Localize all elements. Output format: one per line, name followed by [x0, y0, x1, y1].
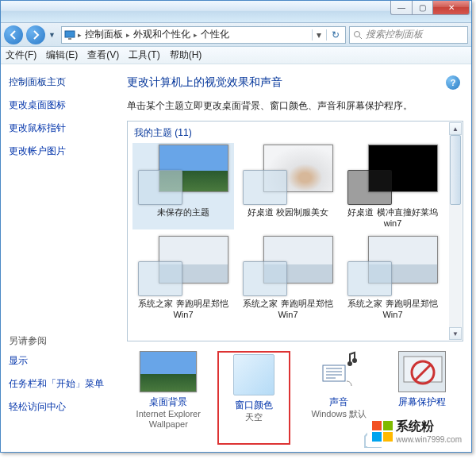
- svg-rect-0: [65, 31, 75, 37]
- close-button[interactable]: ✕: [433, 1, 470, 15]
- menu-tools[interactable]: 工具(T): [129, 48, 159, 62]
- theme-thumb: [138, 236, 228, 296]
- personalization-window: — ▢ ✕ ▼ ▸ 控制面板 ▸ 外观和个性化 ▸ 个性化 ▾ ↻ 搜索控制面板: [0, 0, 472, 453]
- theme-item[interactable]: 好桌道 横冲直撞好莱坞win7: [342, 143, 443, 230]
- menu-view[interactable]: 查看(V): [87, 48, 119, 62]
- search-icon: [353, 30, 363, 40]
- monitor-icon: [63, 29, 76, 41]
- value: 天空: [221, 412, 287, 422]
- arrow-right-icon: [31, 30, 40, 40]
- scrollbar[interactable]: ▲ ▼: [449, 122, 462, 340]
- scroll-thumb[interactable]: [450, 135, 461, 205]
- scroll-up-button[interactable]: ▲: [449, 122, 462, 135]
- label: 声音: [305, 395, 373, 409]
- titlebar: — ▢ ✕: [1, 1, 471, 23]
- chevron-right-icon: ▸: [78, 31, 82, 39]
- breadcrumb-seg[interactable]: 外观和个性化: [132, 28, 192, 41]
- search-placeholder: 搜索控制面板: [366, 28, 423, 41]
- theme-label: 系统之家 奔跑明星郑恺Win7: [132, 298, 234, 321]
- sidebar-link-desktop-icons[interactable]: 更改桌面图标: [9, 98, 108, 112]
- theme-thumb: [243, 145, 333, 205]
- content-area: 控制面板主页 更改桌面图标 更改鼠标指针 更改帐户图片 另请参阅 显示 任务栏和…: [1, 64, 471, 452]
- page-title: 更改计算机上的视觉效果和声音: [127, 75, 463, 90]
- back-button[interactable]: [4, 25, 23, 44]
- desktop-background-button[interactable]: 桌面背景 Internet Explorer Wallpaper: [134, 351, 202, 445]
- theme-thumb: [347, 145, 438, 205]
- logo-icon: [372, 421, 393, 442]
- label: 窗口颜色: [221, 399, 287, 412]
- svg-rect-4: [323, 365, 345, 381]
- svg-line-3: [359, 37, 362, 39]
- scroll-down-button[interactable]: ▼: [449, 327, 462, 340]
- themes-listbox: 我的主题 (11) 未保存的主题好桌道 校园制服美女好桌道 横冲直撞好莱坞win…: [127, 121, 463, 341]
- menu-edit[interactable]: 编辑(E): [46, 48, 78, 62]
- sidebar-link-ease-of-access[interactable]: 轻松访问中心: [9, 400, 108, 414]
- theme-thumb: [138, 145, 228, 205]
- theme-label: 未保存的主题: [132, 206, 234, 218]
- svg-rect-1: [68, 38, 71, 40]
- theme-item[interactable]: 系统之家 奔跑明星郑恺Win7: [132, 234, 234, 321]
- theme-label: 系统之家 奔跑明星郑恺Win7: [342, 298, 443, 321]
- wallpaper-thumb: [140, 351, 197, 392]
- refresh-button[interactable]: ↻: [326, 29, 344, 40]
- theme-thumb: [243, 236, 333, 296]
- scroll-track[interactable]: [449, 135, 462, 327]
- value: Windows 默认: [305, 409, 373, 419]
- sidebar: 控制面板主页 更改桌面图标 更改鼠标指针 更改帐户图片 另请参阅 显示 任务栏和…: [1, 64, 116, 452]
- help-icon[interactable]: ?: [446, 75, 460, 90]
- page-description: 单击某个主题立即更改桌面背景、窗口颜色、声音和屏幕保护程序。: [127, 99, 463, 113]
- theme-label: 好桌道 校园制服美女: [237, 206, 339, 218]
- label: 屏幕保护程: [388, 395, 456, 409]
- search-input[interactable]: 搜索控制面板: [349, 26, 468, 44]
- minimize-button[interactable]: —: [390, 1, 413, 15]
- theme-grid: 未保存的主题好桌道 校园制服美女好桌道 横冲直撞好莱坞win7系统之家 奔跑明星…: [129, 143, 461, 323]
- menu-help[interactable]: 帮助(H): [170, 48, 202, 62]
- address-bar[interactable]: ▸ 控制面板 ▸ 外观和个性化 ▸ 个性化 ▾ ↻: [61, 26, 346, 44]
- sidebar-see-also-heading: 另请参阅: [9, 334, 108, 348]
- brand-name: 系统粉: [396, 418, 462, 435]
- label: 桌面背景: [134, 395, 202, 409]
- window-color-button[interactable]: 窗口颜色 天空: [217, 351, 290, 445]
- my-themes-heading: 我的主题 (11): [129, 123, 461, 143]
- nav-history-dropdown[interactable]: ▼: [48, 31, 58, 39]
- sidebar-link-mouse-pointers[interactable]: 更改鼠标指针: [9, 122, 108, 135]
- sounds-button[interactable]: 声音 Windows 默认: [305, 351, 373, 445]
- sidebar-link-display[interactable]: 显示: [9, 354, 108, 368]
- sidebar-link-taskbar[interactable]: 任务栏和「开始」菜单: [9, 377, 108, 391]
- sound-icon: [315, 351, 363, 392]
- sidebar-link-account-picture[interactable]: 更改帐户图片: [9, 145, 108, 158]
- address-dropdown[interactable]: ▾: [312, 29, 324, 40]
- nav-toolbar: ▼ ▸ 控制面板 ▸ 外观和个性化 ▸ 个性化 ▾ ↻ 搜索控制面板: [1, 23, 471, 47]
- svg-point-2: [355, 31, 360, 37]
- theme-item[interactable]: 系统之家 奔跑明星郑恺Win7: [237, 234, 339, 321]
- maximize-button[interactable]: ▢: [413, 1, 433, 15]
- theme-label: 好桌道 横冲直撞好莱坞win7: [342, 206, 443, 230]
- breadcrumb-seg[interactable]: 控制面板: [83, 28, 125, 41]
- sidebar-home-link[interactable]: 控制面板主页: [9, 75, 108, 89]
- branding-overlay: 系统粉 www.win7999.com: [367, 415, 466, 447]
- main-panel: ? 更改计算机上的视觉效果和声音 单击某个主题立即更改桌面背景、窗口颜色、声音和…: [116, 64, 471, 452]
- menu-bar: 文件(F) 编辑(E) 查看(V) 工具(T) 帮助(H): [1, 47, 471, 64]
- theme-item[interactable]: 未保存的主题: [132, 143, 234, 230]
- forward-button[interactable]: [26, 25, 45, 44]
- theme-thumb: [347, 236, 438, 296]
- screensaver-thumb: [398, 351, 446, 392]
- chevron-right-icon: ▸: [126, 31, 130, 39]
- menu-file[interactable]: 文件(F): [6, 48, 36, 62]
- chevron-right-icon: ▸: [194, 31, 198, 39]
- brand-url: www.win7999.com: [396, 435, 462, 444]
- color-swatch: [233, 354, 274, 395]
- arrow-left-icon: [9, 30, 18, 40]
- theme-item[interactable]: 好桌道 校园制服美女: [237, 143, 339, 230]
- theme-label: 系统之家 奔跑明星郑恺Win7: [237, 298, 339, 321]
- value: Internet Explorer Wallpaper: [134, 409, 202, 430]
- breadcrumb-seg[interactable]: 个性化: [199, 28, 231, 41]
- theme-item[interactable]: 系统之家 奔跑明星郑恺Win7: [342, 234, 443, 321]
